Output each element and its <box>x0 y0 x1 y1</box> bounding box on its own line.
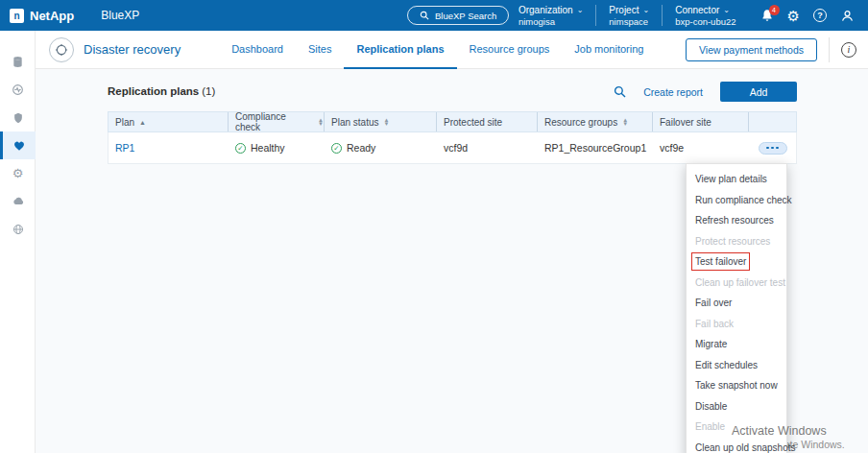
organization-value: nimogisa <box>518 16 583 27</box>
menu-item-label: Run compliance check <box>695 195 792 205</box>
shield-icon <box>12 112 24 124</box>
table-search-icon[interactable] <box>614 85 626 98</box>
sort-icon: ▲▼ <box>383 118 389 126</box>
menu-item-refresh-resources[interactable]: Refresh resources <box>687 210 786 231</box>
search-icon <box>420 11 429 20</box>
sort-asc-icon: ▲ <box>139 119 146 126</box>
sidebar-item-mobility[interactable] <box>0 187 36 215</box>
menu-item-disable[interactable]: Disable <box>687 396 786 417</box>
menu-item-migrate[interactable]: Migrate <box>687 334 786 355</box>
sort-icon: ▲▼ <box>622 118 628 126</box>
help-icon[interactable]: ? <box>813 9 827 22</box>
column-header-plan-status[interactable]: Plan status ▲▼ <box>325 112 437 131</box>
ready-check-icon: ✓ <box>331 143 342 154</box>
tab-sites[interactable]: Sites <box>296 31 344 69</box>
heart-icon <box>13 140 25 152</box>
project-dropdown[interactable]: Project ⌄ nimspace <box>596 5 662 27</box>
health-icon <box>12 83 24 96</box>
menu-item-label: Take snapshot now <box>695 380 778 391</box>
plan-name-link[interactable]: RP1 <box>115 142 134 154</box>
tab-job-monitoring[interactable]: Job monitoring <box>562 31 656 69</box>
chevron-down-icon: ⌄ <box>642 6 649 14</box>
sidebar-item-storage[interactable] <box>0 48 36 76</box>
sidebar-item-extensions[interactable] <box>0 215 36 243</box>
menu-item-label: Fail back <box>695 319 734 329</box>
menu-item-fail-back: Fail back <box>687 314 786 335</box>
test-failover-annotation: Test failover <box>695 256 746 267</box>
chevron-down-icon: ⌄ <box>723 6 730 14</box>
sidebar-item-disaster-recovery[interactable] <box>0 131 36 159</box>
section-heading: Replication plans(1) <box>108 85 215 97</box>
divider <box>829 37 830 62</box>
menu-item-take-snapshot-now[interactable]: Take snapshot now <box>687 375 786 396</box>
column-header-plan[interactable]: Plan ▲ <box>108 112 229 131</box>
menu-item-label: Edit schedules <box>695 360 758 370</box>
menu-item-view-plan-details[interactable]: View plan details <box>687 169 786 190</box>
notifications-button[interactable]: 4 <box>760 9 774 22</box>
column-label: Protected site <box>444 117 502 128</box>
project-value: nimspace <box>609 16 649 27</box>
account-icon[interactable] <box>840 9 855 23</box>
connector-dropdown[interactable]: Connector ⌄ bxp-con-ubu22 <box>663 5 748 27</box>
brand-name: NetApp <box>30 9 74 23</box>
add-button[interactable]: Add <box>720 82 797 102</box>
globe-icon <box>12 224 24 235</box>
view-payment-methods-button[interactable]: View payment methods <box>686 38 817 61</box>
info-icon[interactable]: i <box>841 42 856 58</box>
menu-item-run-compliance-check[interactable]: Run compliance check <box>687 190 786 211</box>
cloud-icon <box>12 196 25 206</box>
menu-item-edit-schedules[interactable]: Edit schedules <box>687 355 786 376</box>
row-actions-menu: View plan details Run compliance check R… <box>686 163 787 453</box>
menu-item-label: Migrate <box>695 339 727 349</box>
column-header-failover-site[interactable]: Failover site <box>653 112 749 131</box>
column-label: Resource groups <box>544 117 617 128</box>
search-placeholder: BlueXP Search <box>435 11 496 21</box>
activate-windows-watermark: Activate Windows <box>732 424 827 438</box>
project-label: Project <box>609 5 639 15</box>
row-actions-button[interactable] <box>759 142 787 155</box>
menu-item-clean-up-failover-test: Clean up failover test <box>687 273 786 294</box>
section-heading-text: Replication plans <box>108 85 199 97</box>
column-label: Compliance check <box>235 111 313 132</box>
column-header-protected-site[interactable]: Protected site <box>437 112 538 131</box>
organization-dropdown[interactable]: Organization ⌄ nimogisa <box>506 5 595 27</box>
menu-item-label: Refresh resources <box>695 215 774 226</box>
protected-site-value: vcf9d <box>444 142 468 154</box>
menu-item-test-failover[interactable]: Test failover <box>687 251 786 273</box>
menu-item-protect-resources: Protect resources <box>687 231 786 252</box>
column-header-compliance-check[interactable]: Compliance check ▲▼ <box>229 112 325 131</box>
settings-gear-icon[interactable]: ⚙ <box>787 9 800 23</box>
sidebar-item-protection[interactable] <box>0 104 36 131</box>
connector-label: Connector <box>675 5 719 15</box>
menu-item-label: Disable <box>695 401 727 412</box>
menu-item-fail-over[interactable]: Fail over <box>687 293 786 314</box>
tab-resource-groups[interactable]: Resource groups <box>457 31 563 69</box>
bluexp-search[interactable]: BlueXP Search <box>407 6 509 25</box>
top-bar: n NetApp BlueXP BlueXP Search Organizati… <box>0 0 868 31</box>
create-report-link[interactable]: Create report <box>643 86 703 98</box>
menu-item-label: Fail over <box>695 298 732 308</box>
page-header: Disaster recovery Dashboard Sites Replic… <box>36 31 868 69</box>
connector-value: bxp-con-ubu22 <box>675 16 735 27</box>
netapp-logo-icon: n <box>10 9 24 23</box>
menu-item-clean-up-old-snapshots[interactable]: Clean up old snapshots <box>687 438 786 453</box>
menu-item-label: View plan details <box>695 174 767 184</box>
column-label: Plan <box>115 117 134 128</box>
healthy-check-icon: ✓ <box>235 143 246 154</box>
resource-groups-value: RP1_ResourceGroup1 <box>544 142 646 154</box>
menu-item-label: Clean up old snapshots <box>695 442 796 453</box>
tab-replication-plans[interactable]: Replication plans <box>344 31 456 69</box>
column-label: Plan status <box>331 117 378 128</box>
tab-bar: Dashboard Sites Replication plans Resour… <box>219 31 656 69</box>
tab-dashboard[interactable]: Dashboard <box>219 31 296 69</box>
replication-plans-table: Plan ▲ Compliance check ▲▼ Plan status ▲… <box>108 111 797 164</box>
column-header-actions <box>749 112 796 131</box>
sort-icon: ▲▼ <box>318 118 324 126</box>
column-header-resource-groups[interactable]: Resource groups ▲▼ <box>538 112 653 131</box>
column-label: Failover site <box>660 117 711 128</box>
organization-label: Organization <box>518 5 573 15</box>
sidebar-item-operations[interactable]: ⚙ <box>0 159 36 187</box>
failover-site-value: vcf9e <box>660 142 684 154</box>
table-header-row: Plan ▲ Compliance check ▲▼ Plan status ▲… <box>108 111 797 132</box>
sidebar-item-health[interactable] <box>0 76 36 104</box>
